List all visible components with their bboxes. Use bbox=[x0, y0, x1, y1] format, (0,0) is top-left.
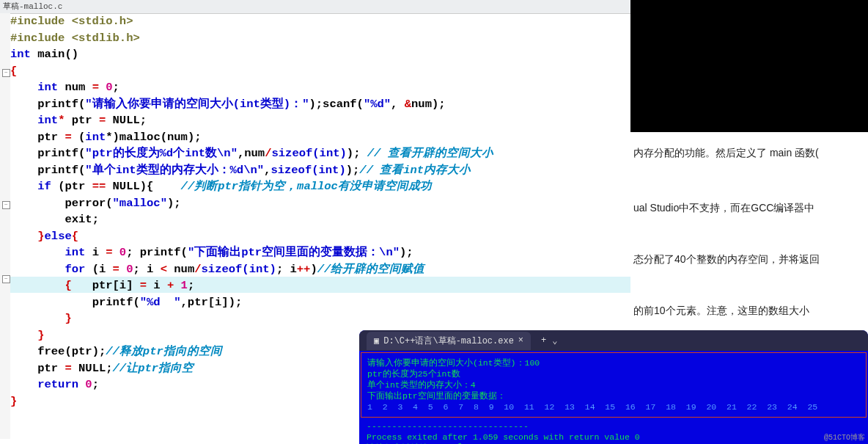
terminal-tab-label: D:\C++语言\草稿-malloc.exe bbox=[383, 335, 514, 347]
close-icon[interactable]: × bbox=[518, 335, 523, 346]
article-line: 内存分配的功能。然后定义了 main 函数( bbox=[633, 147, 819, 160]
terminal-tab[interactable]: ▣ D:\C++语言\草稿-malloc.exe × bbox=[367, 332, 531, 350]
gutter: − − − bbox=[0, 13, 10, 439]
article-line: 态分配了40个整数的内存空间，并将返回 bbox=[633, 253, 820, 266]
chevron-down-icon[interactable]: ⌄ bbox=[552, 335, 557, 346]
fold-icon[interactable]: − bbox=[2, 201, 10, 209]
fold-icon[interactable]: − bbox=[2, 275, 10, 283]
terminal-titlebar[interactable]: ▣ D:\C++语言\草稿-malloc.exe × + ⌄ bbox=[359, 330, 868, 351]
terminal-icon: ▣ bbox=[374, 335, 379, 346]
terminal-footer: -------------------------------- Process… bbox=[359, 419, 868, 444]
terminal-output: 请输入你要申请的空间大小(int类型)：100 ptr的长度为25个int数 单… bbox=[361, 352, 867, 418]
terminal-window[interactable]: ▣ D:\C++语言\草稿-malloc.exe × + ⌄ 请输入你要申请的空… bbox=[359, 330, 868, 444]
article-line: 的前10个元素。注意，这里的数组大小 bbox=[633, 305, 809, 318]
right-black-box bbox=[630, 0, 868, 132]
fold-icon[interactable]: − bbox=[2, 69, 10, 77]
new-tab-button[interactable]: + bbox=[535, 335, 552, 346]
file-tab-label: 草稿-malloc.c bbox=[3, 2, 62, 11]
article-line: ual Studio中不支持，而在GCC编译器中 bbox=[633, 202, 814, 215]
watermark: @51CTO博客 bbox=[824, 432, 865, 443]
